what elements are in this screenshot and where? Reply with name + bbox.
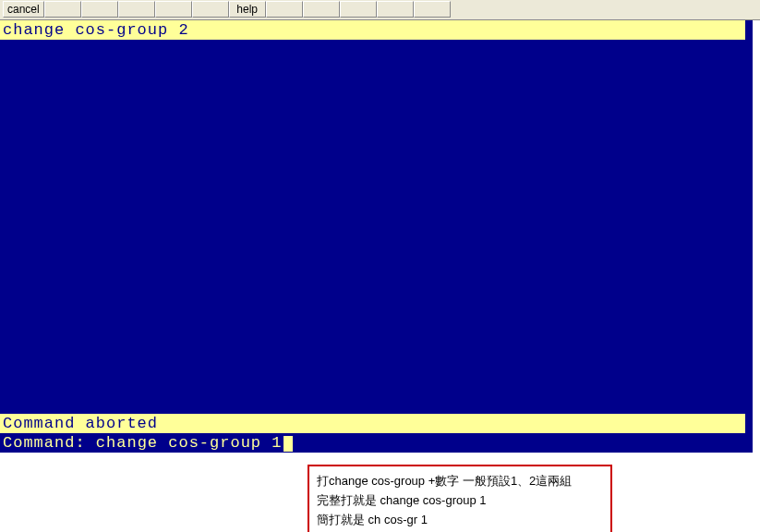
screen-title-line: change cos-group 2 bbox=[0, 20, 745, 40]
annotation-box: 打change cos-group +數字 一般預設1、2這兩組 完整打就是 c… bbox=[308, 465, 612, 532]
toolbar-button-empty[interactable]: . bbox=[414, 1, 451, 18]
annotation-line: 打change cos-group +數字 一般預設1、2這兩組 bbox=[317, 472, 603, 491]
toolbar: cancel . . . . . help . . . . . bbox=[0, 0, 760, 20]
toolbar-button-empty[interactable]: . bbox=[192, 1, 229, 18]
toolbar-button-empty[interactable]: . bbox=[155, 1, 192, 18]
annotation-line: 簡打就是 ch cos-gr 1 bbox=[317, 511, 603, 530]
toolbar-button-empty[interactable]: . bbox=[266, 1, 303, 18]
toolbar-button-empty[interactable]: . bbox=[340, 1, 377, 18]
terminal-screen[interactable]: change cos-group 2 Command aborted Comma… bbox=[0, 20, 753, 453]
toolbar-button-empty[interactable]: . bbox=[377, 1, 414, 18]
annotation-line: 完整打就是 change cos-group 1 bbox=[317, 491, 603, 511]
help-button[interactable]: help bbox=[229, 1, 266, 18]
command-prompt: Command: bbox=[3, 434, 96, 452]
toolbar-button-empty[interactable]: . bbox=[303, 1, 340, 18]
command-input[interactable]: change cos-group 1 bbox=[96, 434, 283, 452]
command-line[interactable]: Command: change cos-group 1 bbox=[0, 433, 745, 453]
toolbar-button-empty[interactable]: . bbox=[44, 1, 81, 18]
toolbar-button-empty[interactable]: . bbox=[81, 1, 118, 18]
cursor-icon bbox=[283, 436, 293, 452]
status-line: Command aborted bbox=[0, 414, 745, 433]
toolbar-button-empty[interactable]: . bbox=[118, 1, 155, 18]
cancel-button[interactable]: cancel bbox=[3, 1, 44, 18]
